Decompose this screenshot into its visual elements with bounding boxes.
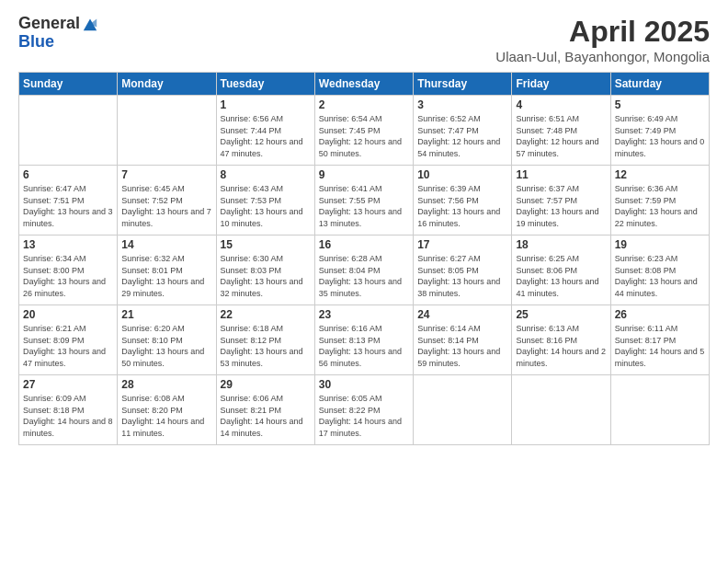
logo: General Blue <box>18 15 98 52</box>
day-number: 20 <box>23 308 113 321</box>
day-info: Sunrise: 6:45 AMSunset: 7:52 PMDaylight:… <box>121 183 211 229</box>
calendar-cell: 11Sunrise: 6:37 AMSunset: 7:57 PMDayligh… <box>512 166 610 236</box>
day-info: Sunrise: 6:08 AMSunset: 8:20 PMDaylight:… <box>121 393 211 439</box>
calendar-cell: 3Sunrise: 6:52 AMSunset: 7:47 PMDaylight… <box>414 96 512 166</box>
day-number: 8 <box>221 168 311 181</box>
logo-blue: Blue <box>18 33 54 52</box>
header-row: Sunday Monday Tuesday Wednesday Thursday… <box>19 73 710 96</box>
day-info: Sunrise: 6:21 AMSunset: 8:09 PMDaylight:… <box>23 323 113 369</box>
calendar-cell: 6Sunrise: 6:47 AMSunset: 7:51 PMDaylight… <box>19 166 118 236</box>
calendar-cell: 25Sunrise: 6:13 AMSunset: 8:16 PMDayligh… <box>512 305 610 375</box>
day-number: 21 <box>121 308 211 321</box>
day-info: Sunrise: 6:05 AMSunset: 8:22 PMDaylight:… <box>319 393 409 439</box>
col-tuesday: Tuesday <box>216 73 314 96</box>
day-info: Sunrise: 6:37 AMSunset: 7:57 PMDaylight:… <box>516 183 606 229</box>
calendar-week-5: 27Sunrise: 6:09 AMSunset: 8:18 PMDayligh… <box>19 375 710 445</box>
day-number: 7 <box>121 168 211 181</box>
day-number: 28 <box>121 378 211 391</box>
day-number: 15 <box>221 238 311 251</box>
day-number: 29 <box>221 378 311 391</box>
calendar-cell: 18Sunrise: 6:25 AMSunset: 8:06 PMDayligh… <box>512 236 610 305</box>
col-sunday: Sunday <box>19 73 118 96</box>
day-info: Sunrise: 6:41 AMSunset: 7:55 PMDaylight:… <box>319 183 409 229</box>
day-info: Sunrise: 6:06 AMSunset: 8:21 PMDaylight:… <box>221 393 311 439</box>
day-info: Sunrise: 6:28 AMSunset: 8:04 PMDaylight:… <box>319 253 409 299</box>
day-info: Sunrise: 6:52 AMSunset: 7:47 PMDaylight:… <box>417 113 507 159</box>
calendar-cell: 27Sunrise: 6:09 AMSunset: 8:18 PMDayligh… <box>19 375 118 445</box>
calendar-cell: 28Sunrise: 6:08 AMSunset: 8:20 PMDayligh… <box>118 375 216 445</box>
calendar-cell: 24Sunrise: 6:14 AMSunset: 8:14 PMDayligh… <box>414 305 512 375</box>
day-number: 25 <box>516 308 606 321</box>
day-number: 6 <box>23 168 113 181</box>
calendar-cell: 16Sunrise: 6:28 AMSunset: 8:04 PMDayligh… <box>314 236 413 305</box>
day-number: 23 <box>319 308 409 321</box>
day-number: 12 <box>615 168 705 181</box>
calendar-cell: 1Sunrise: 6:56 AMSunset: 7:44 PMDaylight… <box>216 96 314 166</box>
day-info: Sunrise: 6:54 AMSunset: 7:45 PMDaylight:… <box>319 113 409 159</box>
calendar-cell <box>19 96 118 166</box>
calendar-subtitle: Ulaan-Uul, Bayanhongor, Mongolia <box>495 49 710 64</box>
page: General Blue April 2025 Ulaan-Uul, Bayan… <box>0 0 728 563</box>
calendar-cell: 9Sunrise: 6:41 AMSunset: 7:55 PMDaylight… <box>314 166 413 236</box>
day-info: Sunrise: 6:14 AMSunset: 8:14 PMDaylight:… <box>417 323 507 369</box>
day-number: 2 <box>319 98 409 111</box>
day-info: Sunrise: 6:51 AMSunset: 7:48 PMDaylight:… <box>516 113 606 159</box>
day-info: Sunrise: 6:11 AMSunset: 8:17 PMDaylight:… <box>615 323 705 369</box>
day-number: 10 <box>417 168 507 181</box>
calendar-cell: 14Sunrise: 6:32 AMSunset: 8:01 PMDayligh… <box>118 236 216 305</box>
col-monday: Monday <box>118 73 216 96</box>
day-info: Sunrise: 6:27 AMSunset: 8:05 PMDaylight:… <box>417 253 507 299</box>
day-number: 13 <box>23 238 113 251</box>
calendar-title: April 2025 <box>495 15 710 49</box>
calendar-cell: 22Sunrise: 6:18 AMSunset: 8:12 PMDayligh… <box>216 305 314 375</box>
day-info: Sunrise: 6:49 AMSunset: 7:49 PMDaylight:… <box>615 113 705 159</box>
calendar-cell: 20Sunrise: 6:21 AMSunset: 8:09 PMDayligh… <box>19 305 118 375</box>
calendar-cell <box>414 375 512 445</box>
day-info: Sunrise: 6:36 AMSunset: 7:59 PMDaylight:… <box>615 183 705 229</box>
day-info: Sunrise: 6:16 AMSunset: 8:13 PMDaylight:… <box>319 323 409 369</box>
day-number: 26 <box>615 308 705 321</box>
day-number: 19 <box>615 238 705 251</box>
day-number: 18 <box>516 238 606 251</box>
calendar-cell: 19Sunrise: 6:23 AMSunset: 8:08 PMDayligh… <box>610 236 709 305</box>
calendar-cell: 10Sunrise: 6:39 AMSunset: 7:56 PMDayligh… <box>414 166 512 236</box>
calendar-cell: 4Sunrise: 6:51 AMSunset: 7:48 PMDaylight… <box>512 96 610 166</box>
day-info: Sunrise: 6:13 AMSunset: 8:16 PMDaylight:… <box>516 323 606 369</box>
day-number: 17 <box>417 238 507 251</box>
day-number: 5 <box>615 98 705 111</box>
calendar-cell: 21Sunrise: 6:20 AMSunset: 8:10 PMDayligh… <box>118 305 216 375</box>
calendar-cell: 7Sunrise: 6:45 AMSunset: 7:52 PMDaylight… <box>118 166 216 236</box>
day-info: Sunrise: 6:20 AMSunset: 8:10 PMDaylight:… <box>121 323 211 369</box>
calendar-cell <box>610 375 709 445</box>
calendar-week-4: 20Sunrise: 6:21 AMSunset: 8:09 PMDayligh… <box>19 305 710 375</box>
day-info: Sunrise: 6:18 AMSunset: 8:12 PMDaylight:… <box>221 323 311 369</box>
day-info: Sunrise: 6:56 AMSunset: 7:44 PMDaylight:… <box>221 113 311 159</box>
day-info: Sunrise: 6:30 AMSunset: 8:03 PMDaylight:… <box>221 253 311 299</box>
calendar-cell <box>118 96 216 166</box>
logo-icon <box>82 16 98 32</box>
calendar-cell: 26Sunrise: 6:11 AMSunset: 8:17 PMDayligh… <box>610 305 709 375</box>
day-info: Sunrise: 6:25 AMSunset: 8:06 PMDaylight:… <box>516 253 606 299</box>
calendar-cell: 8Sunrise: 6:43 AMSunset: 7:53 PMDaylight… <box>216 166 314 236</box>
col-friday: Friday <box>512 73 610 96</box>
calendar-cell: 12Sunrise: 6:36 AMSunset: 7:59 PMDayligh… <box>610 166 709 236</box>
calendar-cell: 15Sunrise: 6:30 AMSunset: 8:03 PMDayligh… <box>216 236 314 305</box>
day-info: Sunrise: 6:32 AMSunset: 8:01 PMDaylight:… <box>121 253 211 299</box>
day-number: 30 <box>319 378 409 391</box>
day-info: Sunrise: 6:09 AMSunset: 8:18 PMDaylight:… <box>23 393 113 439</box>
day-info: Sunrise: 6:34 AMSunset: 8:00 PMDaylight:… <box>23 253 113 299</box>
calendar-cell: 29Sunrise: 6:06 AMSunset: 8:21 PMDayligh… <box>216 375 314 445</box>
day-number: 9 <box>319 168 409 181</box>
day-info: Sunrise: 6:47 AMSunset: 7:51 PMDaylight:… <box>23 183 113 229</box>
day-number: 27 <box>23 378 113 391</box>
calendar-week-1: 1Sunrise: 6:56 AMSunset: 7:44 PMDaylight… <box>19 96 710 166</box>
day-number: 3 <box>417 98 507 111</box>
calendar-cell: 13Sunrise: 6:34 AMSunset: 8:00 PMDayligh… <box>19 236 118 305</box>
calendar-cell: 23Sunrise: 6:16 AMSunset: 8:13 PMDayligh… <box>314 305 413 375</box>
logo-general: General <box>18 15 80 33</box>
calendar-week-2: 6Sunrise: 6:47 AMSunset: 7:51 PMDaylight… <box>19 166 710 236</box>
calendar-cell: 17Sunrise: 6:27 AMSunset: 8:05 PMDayligh… <box>414 236 512 305</box>
day-info: Sunrise: 6:39 AMSunset: 7:56 PMDaylight:… <box>417 183 507 229</box>
day-number: 11 <box>516 168 606 181</box>
col-thursday: Thursday <box>414 73 512 96</box>
